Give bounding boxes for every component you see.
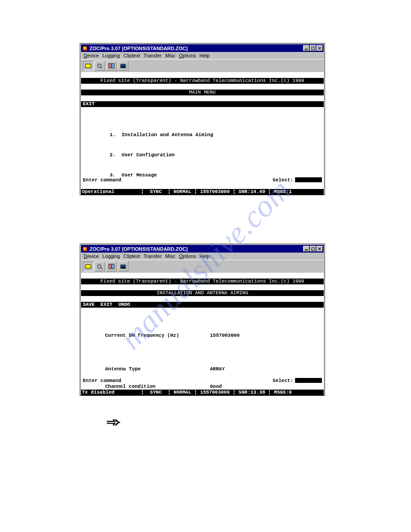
svg-rect-18 [109, 264, 111, 269]
select-label: Select: [273, 378, 293, 384]
menu-options[interactable]: Options [179, 253, 196, 259]
header-line-1: Fixed site (Transparent) - Narrowband Te… [81, 279, 324, 284]
maximize-button[interactable] [310, 246, 316, 252]
svg-rect-15 [86, 265, 91, 268]
svg-rect-21 [121, 265, 125, 267]
header-line-2: INSTALLATION AND ANTENNA AIMING [81, 290, 324, 296]
menu-misc[interactable]: Misc [165, 53, 176, 58]
toolbar-btn-1[interactable] [83, 262, 94, 271]
menubar: Device Logging Cliptext Transfer Misc Op… [81, 253, 324, 260]
header-line-3: EXIT [81, 101, 324, 107]
enter-command-label: Enter command [83, 177, 121, 183]
toolbar [81, 260, 324, 273]
svg-rect-1 [84, 47, 86, 49]
menu-cliptext[interactable]: Cliptext [124, 253, 140, 259]
arrow-right-icon: ➾ [106, 415, 120, 429]
select-label: Select: [273, 177, 293, 183]
status-bar: Operational ¦ SYNC ¦ NORMAL ¦ 1557003000… [81, 189, 324, 195]
menu-transfer[interactable]: Transfer [143, 53, 162, 58]
menubar: Device Logging Cliptext Transfer Misc Op… [81, 52, 324, 59]
window-title: ZOC/Pro 3.07 [OPTIONS\STANDARD.ZOC] [90, 246, 303, 252]
menu-item-1[interactable]: 1. Installation and Antenna Aiming [110, 132, 324, 138]
header-line-3: SAVE EXIT UNDO [81, 302, 324, 308]
minimize-button[interactable] [303, 246, 309, 252]
select-input[interactable] [295, 378, 322, 383]
svg-rect-7 [109, 64, 111, 68]
svg-rect-4 [86, 64, 91, 68]
titlebar[interactable]: ZOC/Pro 3.07 [OPTIONS\STANDARD.ZOC] ✕ [81, 245, 324, 253]
svg-line-6 [101, 67, 103, 69]
field-current-dh-freq: Current DH frequency (Hz)1557003000 [105, 333, 324, 339]
window-installation: ZOC/Pro 3.07 [OPTIONS\STANDARD.ZOC] ✕ De… [80, 244, 325, 396]
svg-rect-8 [112, 64, 114, 68]
menu-transfer[interactable]: Transfer [143, 253, 162, 259]
menu-device[interactable]: Device [84, 53, 99, 58]
menu-help[interactable]: Help [200, 53, 210, 58]
window-main-menu: ZOC/Pro 3.07 [OPTIONS\STANDARD.ZOC] ✕ De… [80, 43, 325, 195]
toolbar [81, 59, 324, 72]
menu-device[interactable]: Device [84, 253, 99, 259]
menu-item-2[interactable]: 2. User Configuration [110, 152, 324, 158]
svg-rect-3 [312, 47, 314, 50]
toolbar-btn-4[interactable] [118, 262, 128, 271]
close-button[interactable]: ✕ [317, 246, 323, 252]
menu-cliptext[interactable]: Cliptext [124, 53, 140, 58]
toolbar-btn-3[interactable] [106, 61, 117, 71]
select-input[interactable] [295, 177, 322, 182]
terminal-area[interactable]: Fixed site (Transparent) - Narrowband Te… [81, 72, 324, 195]
toolbar-btn-1[interactable] [83, 61, 94, 71]
toolbar-btn-3[interactable] [106, 262, 117, 271]
menu-options[interactable]: Options [179, 53, 196, 58]
app-icon [82, 246, 88, 252]
svg-line-17 [101, 268, 103, 269]
svg-point-5 [98, 64, 101, 68]
svg-rect-12 [84, 248, 86, 249]
window-title: ZOC/Pro 3.07 [OPTIONS\STANDARD.ZOC] [90, 46, 303, 51]
header-line-2: MAIN MENU [81, 90, 324, 95]
toolbar-btn-2[interactable] [94, 61, 105, 71]
terminal-area[interactable]: Fixed site (Transparent) - Narrowband Te… [81, 273, 324, 395]
enter-command-label: Enter command [83, 378, 121, 384]
status-bar: Tx disabled ¦ SYNC ¦ NORMAL ¦ 1557003000… [81, 390, 324, 395]
menu-logging[interactable]: Logging [103, 253, 120, 259]
svg-rect-10 [121, 64, 125, 67]
menu-misc[interactable]: Misc [165, 253, 176, 259]
menu-logging[interactable]: Logging [103, 53, 120, 58]
maximize-button[interactable] [310, 45, 316, 51]
header-line-1: Fixed site (Transparent) - Narrowband Te… [81, 78, 324, 84]
svg-rect-19 [112, 264, 114, 269]
close-button[interactable]: ✕ [317, 45, 323, 51]
toolbar-btn-4[interactable] [118, 61, 128, 71]
svg-point-16 [98, 265, 101, 268]
toolbar-btn-2[interactable] [94, 262, 105, 271]
titlebar[interactable]: ZOC/Pro 3.07 [OPTIONS\STANDARD.ZOC] ✕ [81, 44, 324, 52]
minimize-button[interactable] [303, 45, 309, 51]
menu-help[interactable]: Help [200, 253, 210, 259]
app-icon [82, 45, 88, 51]
svg-rect-14 [312, 248, 314, 250]
